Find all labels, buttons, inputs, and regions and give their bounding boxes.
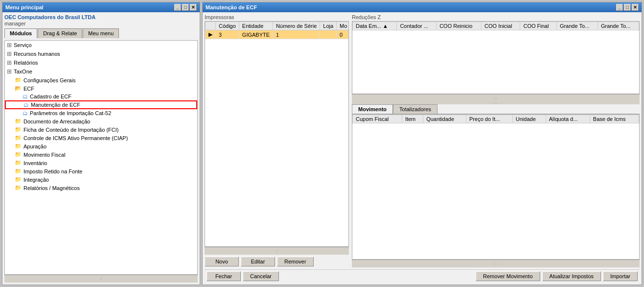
rh-icon: ⊞ (7, 50, 12, 57)
right-titlebar: Manutenção de ECF _ □ ✕ (203, 2, 642, 12)
tab-totalizadores[interactable]: Totalizadores (393, 104, 437, 114)
impressoras-scrollbar-h[interactable]: :: (205, 247, 349, 255)
tree-label: Ficha de Conteúdo de Importação (FCI) (23, 127, 118, 133)
tree-label: Movimento Fiscal (23, 152, 66, 158)
tree-label: Relatórios / Magnéticos (23, 185, 80, 191)
left-window-title: Menu principal (5, 4, 44, 10)
tree-item-config[interactable]: 📁 Configurações Gerais (5, 76, 197, 84)
col-cupom: Cupom Fiscal (353, 115, 402, 123)
col-header-loja: Loja (320, 22, 337, 30)
tree-scrollbar-h[interactable]: :: (4, 275, 198, 283)
tree-item-fci[interactable]: 📁 Ficha de Conteúdo de Importação (FCI) (5, 125, 197, 134)
editar-button[interactable]: Editar (241, 257, 275, 266)
tree-item-apuracao[interactable]: 📁 Apuração (5, 142, 197, 150)
right-window-title: Manutenção de ECF (206, 4, 257, 10)
tree-item-relatorios[interactable]: ⊞ Relatórios (5, 58, 197, 67)
menu-tree: ⊞ Serviço ⊞ Recursos humanos ⊞ Relatório… (4, 40, 198, 275)
tree-label: Recursos humanos (14, 51, 60, 57)
bottom-left-buttons: Fechar Cancelar (207, 271, 279, 281)
col-data-em: Data Em... ▲ (353, 22, 397, 30)
tree-label: Documento de Arrecadação (23, 119, 90, 124)
right-titlebar-buttons: _ □ ✕ (616, 4, 639, 11)
col-header-arrow (206, 22, 216, 30)
atualizar-impostos-button[interactable]: Atualizar Impostos (542, 271, 601, 281)
right-close-button[interactable]: ✕ (632, 4, 639, 11)
col-quantidade: Quantidade (423, 115, 466, 123)
tree-label: Configurações Gerais (23, 77, 75, 83)
tree-item-movimento-fiscal[interactable]: 📁 Movimento Fiscal (5, 150, 197, 159)
tab-bar: Módulos Drag & Relate Meu menu (4, 28, 198, 38)
reducoes-table: Data Em... ▲ Contador ... COO Reinicio C… (352, 22, 639, 30)
remover-button[interactable]: Remover (277, 257, 314, 266)
scrollbar-grip-3: :: (495, 96, 497, 100)
movimento-scrollbar-h[interactable]: :: (352, 260, 640, 267)
tree-label: Serviço (14, 42, 32, 48)
folder-open-icon: 📂 (15, 85, 22, 92)
tree-item-imposto[interactable]: 📁 Imposto Retido na Fonte (5, 167, 197, 175)
tree-item-servico[interactable]: ⊞ Serviço (5, 41, 197, 49)
table-row[interactable]: ▶ 3 GIGABYTE 1 0 (206, 30, 349, 39)
col-unidade: Unidade (512, 115, 546, 123)
tree-label: Integração (23, 177, 49, 183)
folder-icon: 📁 (15, 77, 22, 83)
col-contador: Contador ... (397, 22, 437, 30)
minimize-button[interactable]: _ (174, 4, 181, 11)
col-header-mo: Mo (337, 22, 349, 30)
novo-button[interactable]: Novo (205, 257, 239, 266)
cell-mo: 0 (337, 30, 349, 39)
tree-label: TaxOne (14, 69, 32, 74)
tree-item-parametros[interactable]: 🗂 Parâmetros de Importação Cat-52 (5, 109, 197, 117)
left-window: Menu principal _ □ ✕ OEC Computadores do… (2, 2, 200, 285)
tree-item-integracao[interactable]: 📁 Integração (5, 175, 197, 184)
tree-item-inventario[interactable]: 📁 Inventário (5, 159, 197, 167)
tree-item-documento[interactable]: 📁 Documento de Arrecadação (5, 117, 197, 125)
impressoras-btn-bar: Novo Editar Remover (205, 255, 349, 267)
tree-item-rh[interactable]: ⊞ Recursos humanos (5, 49, 197, 58)
tree-label: Imposto Retido na Fonte (23, 168, 82, 174)
cancelar-button[interactable]: Cancelar (243, 271, 279, 281)
maximize-button[interactable]: □ (182, 4, 189, 11)
tab-drag-relate[interactable]: Drag & Relate (38, 28, 82, 38)
tree-item-ecf[interactable]: 📂 ECF (5, 84, 197, 93)
cell-loja (320, 30, 337, 39)
row-arrow: ▶ (206, 30, 216, 39)
right-window: Manutenção de ECF _ □ ✕ Impressoras Códi… (202, 2, 642, 285)
tab-modulos[interactable]: Módulos (4, 28, 37, 38)
right-maximize-button[interactable]: □ (624, 4, 631, 11)
tree-item-ciap[interactable]: 📁 Controle de ICMS Ativo Permanente (CIA… (5, 134, 197, 142)
right-minimize-button[interactable]: _ (616, 4, 623, 11)
reducoes-top-section: Data Em... ▲ Contador ... COO Reinicio C… (352, 21, 640, 102)
tree-item-taxone[interactable]: ⊞ TaxOne (5, 67, 197, 76)
col-item: Item (402, 115, 423, 123)
manager-label: manager (4, 21, 198, 26)
left-titlebar: Menu principal _ □ ✕ (2, 2, 200, 12)
close-button[interactable]: ✕ (190, 4, 197, 11)
impressoras-table: Código Entidade Número de Série Loja Mo … (205, 22, 349, 39)
cell-entidade: GIGABYTE (239, 30, 273, 39)
col-header-entidade: Entidade (239, 22, 273, 30)
impressoras-table-container: Código Entidade Número de Série Loja Mo … (205, 21, 349, 247)
folder-icon-10: 📁 (15, 185, 22, 191)
tab-meu-menu[interactable]: Meu menu (83, 28, 119, 38)
tree-item-cadastro-ecf[interactable]: 🗂 Cadastro de ECF (5, 93, 197, 100)
folder-icon-6: 📁 (15, 151, 22, 158)
scrollbar-grip-4: :: (495, 262, 497, 266)
tree-item-manutencao-ecf[interactable]: 🗂 Manutenção de ECF (5, 100, 197, 109)
col-coo-final: COO Final (520, 22, 556, 30)
remover-movimento-button[interactable]: Remover Movimento (476, 271, 540, 281)
fechar-button[interactable]: Fechar (207, 271, 241, 281)
reducoes-panel: Reduções Z Data Em... ▲ Contador ... COO… (352, 14, 640, 267)
folder-icon-7: 📁 (15, 160, 22, 166)
col-coo-inicial: COO Inicial (482, 22, 520, 30)
tree-item-relatorios-magneticos[interactable]: 📁 Relatórios / Magnéticos (5, 184, 197, 192)
importar-button[interactable]: Importar (603, 271, 638, 281)
reducoes-label: Reduções Z (352, 14, 640, 20)
relatorios-icon: ⊞ (7, 59, 12, 66)
folder-icon-8: 📁 (15, 168, 22, 174)
tree-label: Parâmetros de Importação Cat-52 (30, 110, 111, 116)
tab-movimento[interactable]: Movimento (352, 104, 393, 114)
scrollbar-grip: :: (100, 277, 102, 281)
cell-numero-serie: 1 (273, 30, 320, 39)
reducoes-bottom-section: Movimento Totalizadores Cupom Fiscal Ite… (352, 104, 640, 267)
tree-label: Inventário (23, 160, 47, 166)
